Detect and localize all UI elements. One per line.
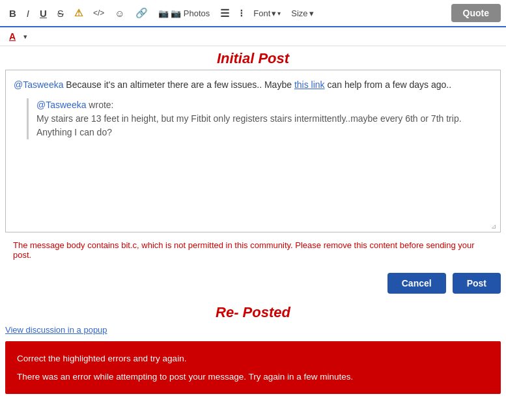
- size-caret-icon: ▾: [309, 8, 314, 18]
- editor-area[interactable]: @Tasweeka Because it's an altimeter ther…: [5, 70, 501, 232]
- size-label: Size: [291, 8, 307, 18]
- error-panel-line2: There was an error while attempting to p…: [17, 370, 489, 384]
- action-buttons-row: Cancel Post: [0, 265, 506, 301]
- font-dropdown[interactable]: Font ▾: [249, 6, 285, 21]
- view-discussion-link[interactable]: View discussion in a popup: [0, 324, 113, 336]
- post-button[interactable]: Post: [453, 273, 501, 294]
- font-caret-icon: ▾: [272, 8, 276, 18]
- color-dropdown-button[interactable]: ▾: [22, 31, 29, 42]
- editor-toolbar: B I U S ⚠ </> ☺ 🔗 📷 📷 Photos ☰ ⁝ Font ▾ …: [0, 0, 506, 27]
- photos-label: 📷 Photos: [171, 8, 210, 18]
- error-panel-line1: Correct the highlighted errors and try a…: [17, 352, 489, 366]
- this-link[interactable]: this link: [294, 79, 325, 90]
- color-label: A: [9, 31, 16, 42]
- inline-error-message: The message body contains bit.c, which i…: [5, 235, 501, 265]
- quote-block: @Tasweeka wrote: My stairs are 13 feet i…: [27, 98, 492, 139]
- mention-tasweeka-link[interactable]: @Tasweeka: [14, 79, 63, 90]
- quote-button[interactable]: Quote: [451, 4, 501, 22]
- editor-text2: can help from a few days ago..: [327, 79, 451, 90]
- code-button[interactable]: </>: [89, 6, 108, 20]
- editor-content: @Tasweeka Because it's an altimeter ther…: [14, 78, 492, 139]
- text-color-button[interactable]: A: [5, 30, 20, 43]
- font-label: Font: [253, 8, 270, 18]
- error-panel: Correct the highlighted errors and try a…: [5, 341, 501, 394]
- ordered-list-button[interactable]: ☰: [216, 5, 233, 22]
- bold-button[interactable]: B: [5, 5, 20, 21]
- quote-text: My stairs are 13 feet in height, but my …: [36, 112, 492, 139]
- unordered-list-button[interactable]: ⁝: [236, 5, 247, 22]
- cancel-button[interactable]: Cancel: [387, 273, 446, 294]
- quote-author-link[interactable]: @Tasweeka: [36, 100, 86, 110]
- reposted-title: Re- Posted: [0, 301, 506, 324]
- resize-handle[interactable]: ⊿: [491, 223, 499, 231]
- color-toolbar: A ▾: [0, 27, 506, 46]
- editor-text1: Because it's an altimeter there are a fe…: [66, 79, 294, 90]
- quote-wrote-text: wrote:: [89, 100, 113, 110]
- photos-button[interactable]: 📷 📷 Photos: [154, 6, 214, 21]
- italic-button[interactable]: I: [23, 5, 33, 21]
- link-button[interactable]: 🔗: [132, 5, 152, 21]
- warning-button[interactable]: ⚠: [70, 5, 87, 21]
- strikethrough-button[interactable]: S: [53, 5, 68, 21]
- initial-post-title: Initial Post: [0, 46, 506, 70]
- underline-button[interactable]: U: [36, 5, 51, 21]
- camera-icon: 📷: [158, 8, 169, 18]
- emoji-button[interactable]: ☺: [111, 5, 128, 21]
- size-dropdown[interactable]: Size ▾: [287, 6, 317, 21]
